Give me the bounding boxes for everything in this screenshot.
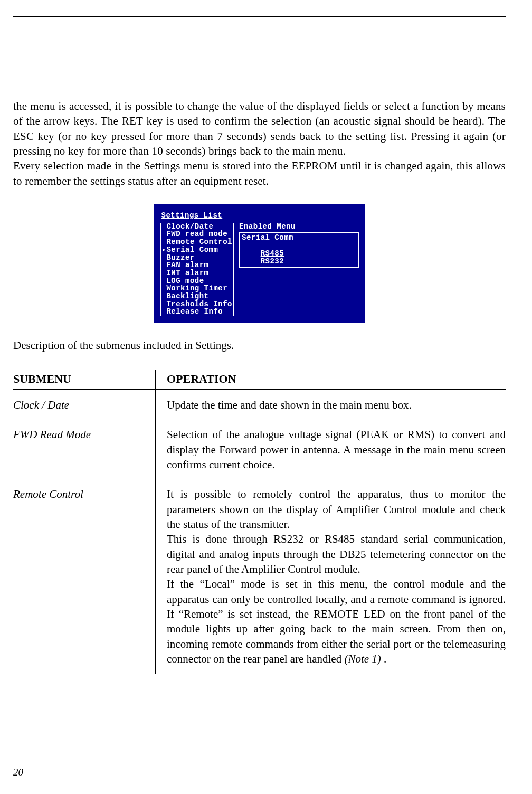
term-item: Release Info: [162, 308, 233, 316]
terminal-screen: Settings List Clock/Date FWD read mode R…: [154, 204, 365, 323]
intro-text: the menu is accessed, it is possible to …: [13, 99, 506, 188]
submenu-operation: Update the time and date shown in the ma…: [156, 390, 506, 420]
table-header-operation: OPERATION: [156, 370, 506, 390]
term-item: LOG mode: [162, 277, 233, 285]
submenu-name: Remote Control: [13, 479, 156, 674]
intro-para-1: the menu is accessed, it is possible to …: [13, 100, 506, 157]
table-row: Clock / Date Update the time and date sh…: [13, 390, 506, 420]
note-ref: (Note 1): [344, 653, 381, 665]
terminal-figure: Settings List Clock/Date FWD read mode R…: [13, 204, 506, 323]
term-item: FWD read mode: [162, 230, 233, 238]
term-option-selected: RS485: [261, 249, 284, 258]
terminal-right-panel: Enabled Menu Serial Comm RS485 RS232: [239, 223, 358, 268]
terminal-right-box: Serial Comm RS485 RS232: [239, 232, 358, 268]
term-right-box-title: Serial Comm: [242, 233, 293, 242]
submenu-operation: It is possible to remotely control the a…: [156, 479, 506, 674]
table-header-submenu: SUBMENU: [13, 370, 156, 390]
term-item: INT alarm: [162, 269, 233, 277]
term-item: Remote Control: [162, 238, 233, 246]
op-para-tail: .: [381, 653, 387, 665]
submenu-name: FWD Read Mode: [13, 420, 156, 479]
table-row: Remote Control It is possible to remotel…: [13, 479, 506, 674]
op-para: It is possible to remotely control the a…: [167, 488, 506, 531]
intro-para-2: Every selection made in the Settings men…: [13, 159, 506, 187]
term-item: ▸Serial Comm: [162, 246, 233, 254]
term-item: Buzzer: [162, 254, 233, 262]
terminal-left-list: Clock/Date FWD read mode Remote Control▸…: [160, 223, 234, 316]
terminal-title: Settings List: [162, 212, 359, 220]
submenu-operation: Selection of the analogue voltage signal…: [156, 420, 506, 479]
term-item: Backlight: [162, 292, 233, 300]
op-para: This is done through RS232 or RS485 stan…: [167, 533, 506, 575]
op-para: If the “Local” mode is set in this menu,…: [167, 578, 506, 665]
description-line: Description of the submenus included in …: [13, 339, 506, 352]
submenu-name: Clock / Date: [13, 390, 156, 420]
term-item: Clock/Date: [162, 223, 233, 231]
page-number: 20: [13, 767, 23, 778]
term-item: FAN alarm: [162, 261, 233, 269]
bottom-rule: [13, 762, 506, 762]
table-row: FWD Read Mode Selection of the analogue …: [13, 420, 506, 479]
submenu-table: SUBMENU OPERATION Clock / Date Update th…: [13, 370, 506, 674]
top-rule: [13, 16, 506, 17]
term-item: Working Timer: [162, 285, 233, 292]
term-item: Tresholds Info: [162, 300, 233, 308]
terminal-right-header: Enabled Menu: [239, 223, 358, 231]
term-option: RS232: [261, 257, 284, 266]
